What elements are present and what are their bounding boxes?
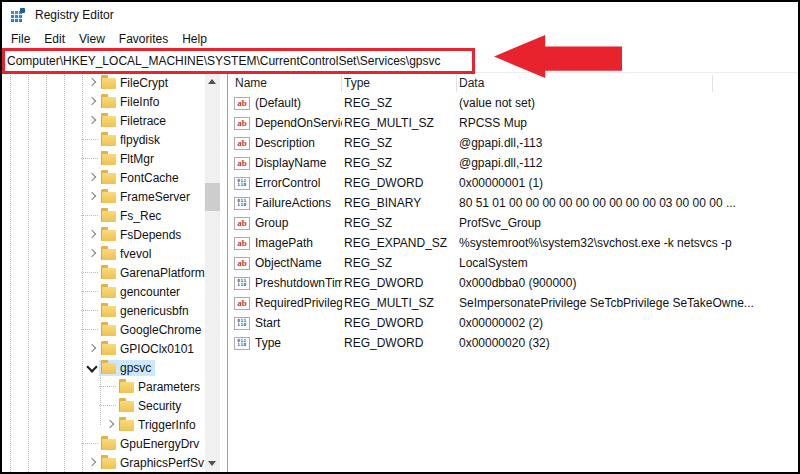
scroll-down-icon[interactable]	[208, 461, 216, 466]
registry-editor-window: Registry Editor FileEditViewFavoritesHel…	[0, 0, 800, 474]
tree-stub	[86, 285, 99, 298]
tree-item-content[interactable]: GoogleChrome	[99, 322, 205, 338]
tree-item-content[interactable]: FileCrypt	[99, 75, 172, 91]
tree-item-fontcache[interactable]: FontCache	[2, 168, 205, 187]
tree-item-content[interactable]: fvevol	[99, 246, 155, 262]
column-header-data[interactable]: Data	[457, 75, 713, 92]
folder-icon	[101, 211, 116, 222]
chevron-right-icon[interactable]	[86, 171, 99, 184]
chevron-right-icon[interactable]	[86, 342, 99, 355]
tree-item-content[interactable]: gencounter	[99, 284, 184, 300]
column-header-name[interactable]: Name	[234, 75, 342, 92]
tree-item-content[interactable]: GarenaPlatform	[99, 265, 205, 281]
tree-item-content[interactable]: GraphicsPerfSv	[99, 455, 205, 471]
tree-item-fvevol[interactable]: fvevol	[2, 244, 205, 263]
value-type: REG_DWORD	[342, 316, 457, 330]
tree-item-content[interactable]: FontCache	[99, 170, 183, 186]
tree-item-filecrypt[interactable]: FileCrypt	[2, 73, 205, 92]
chevron-right-icon[interactable]	[86, 114, 99, 127]
tree-item-gpsvc[interactable]: gpsvc	[2, 358, 205, 377]
tree-item-googlechrome[interactable]: GoogleChrome	[2, 320, 205, 339]
value-row-(default)[interactable]: ab(Default)REG_SZ(value not set)	[228, 93, 798, 113]
folder-icon	[101, 154, 116, 165]
tree-item-label: fvevol	[120, 247, 151, 261]
tree-item-label: gpsvc	[120, 361, 151, 375]
tree-item-content[interactable]: gpsvc	[99, 360, 155, 376]
value-name-cell: 011 110Start	[234, 316, 342, 330]
chevron-right-icon[interactable]	[86, 456, 99, 469]
tree-item-fs_rec[interactable]: Fs_Rec	[2, 206, 205, 225]
value-row-errorcontrol[interactable]: 011 110ErrorControlREG_DWORD0x00000001 (…	[228, 173, 798, 193]
tree-item-content[interactable]: flpydisk	[99, 132, 164, 148]
value-name: (Default)	[255, 96, 301, 110]
tree-item-label: Parameters	[138, 380, 200, 394]
chevron-right-icon[interactable]	[86, 190, 99, 203]
scroll-up-icon[interactable]	[208, 79, 216, 84]
tree-item-triggerinfo[interactable]: TriggerInfo	[2, 415, 205, 434]
value-row-description[interactable]: abDescriptionREG_SZ@gpapi.dll,-113	[228, 133, 798, 153]
chevron-right-icon[interactable]	[86, 247, 99, 260]
value-row-preshutdowntim...[interactable]: 011 110PreshutdownTim...REG_DWORD0x000db…	[228, 273, 798, 293]
tree-item-content[interactable]: FltMgr	[99, 151, 158, 167]
menu-favorites[interactable]: Favorites	[112, 30, 175, 48]
chevron-right-icon[interactable]	[86, 95, 99, 108]
tree-item-content[interactable]: Filetrace	[99, 113, 170, 129]
tree-item-content[interactable]: FsDepends	[99, 227, 185, 243]
column-header-type[interactable]: Type	[342, 75, 457, 92]
tree-item-graphicsperfsv[interactable]: GraphicsPerfSv	[2, 453, 205, 472]
tree-item-fsdepends[interactable]: FsDepends	[2, 225, 205, 244]
value-row-imagepath[interactable]: abImagePathREG_EXPAND_SZ%systemroot%\sys…	[228, 233, 798, 253]
value-row-requiredprivileges[interactable]: abRequiredPrivilegesREG_MULTI_SZSeImpers…	[228, 293, 798, 313]
tree-stub	[86, 437, 99, 450]
tree-item-gpuenergydrv[interactable]: GpuEnergyDrv	[2, 434, 205, 453]
tree-item-fltmgr[interactable]: FltMgr	[2, 149, 205, 168]
menu-file[interactable]: File	[4, 30, 37, 48]
menu-help[interactable]: Help	[175, 30, 214, 48]
tree-item-security[interactable]: Security	[2, 396, 205, 415]
tree-item-content[interactable]: FrameServer	[99, 189, 194, 205]
chevron-down-icon[interactable]	[86, 361, 99, 374]
value-row-displayname[interactable]: abDisplayNameREG_SZ@gpapi.dll,-112	[228, 153, 798, 173]
value-row-group[interactable]: abGroupREG_SZProfSvc_Group	[228, 213, 798, 233]
tree-item-gencounter[interactable]: gencounter	[2, 282, 205, 301]
value-name: DisplayName	[255, 156, 326, 170]
chevron-right-icon[interactable]	[104, 418, 117, 431]
panel-splitter[interactable]	[220, 73, 227, 472]
tree-item-content[interactable]: FileInfo	[99, 94, 163, 110]
value-row-start[interactable]: 011 110StartREG_DWORD0x00000002 (2)	[228, 313, 798, 333]
tree-item-content[interactable]: Security	[117, 398, 185, 414]
chevron-right-icon[interactable]	[86, 228, 99, 241]
tree-item-content[interactable]: GPIOClx0101	[99, 341, 198, 357]
value-row-type[interactable]: 011 110TypeREG_DWORD0x00000020 (32)	[228, 333, 798, 353]
folder-icon	[101, 249, 116, 260]
tree-item-filetrace[interactable]: Filetrace	[2, 111, 205, 130]
tree-item-parameters[interactable]: Parameters	[2, 377, 205, 396]
tree-item-content[interactable]: GpuEnergyDrv	[99, 436, 203, 452]
tree-item-genericusbfn[interactable]: genericusbfn	[2, 301, 205, 320]
tree-panel: FileCryptFileInfoFiletraceflpydiskFltMgr…	[2, 73, 205, 472]
tree-item-frameserver[interactable]: FrameServer	[2, 187, 205, 206]
value-row-objectname[interactable]: abObjectNameREG_SZLocalSystem	[228, 253, 798, 273]
scrollbar-thumb[interactable]	[205, 183, 220, 211]
tree-item-fileinfo[interactable]: FileInfo	[2, 92, 205, 111]
tree-item-flpydisk[interactable]: flpydisk	[2, 130, 205, 149]
tree-item-content[interactable]: TriggerInfo	[117, 417, 200, 433]
address-bar-input[interactable]	[2, 50, 798, 72]
tree-item-gpioclx0101[interactable]: GPIOClx0101	[2, 339, 205, 358]
tree-item-garenaplatform[interactable]: GarenaPlatform	[2, 263, 205, 282]
tree-item-content[interactable]: genericusbfn	[99, 303, 193, 319]
value-data: @gpapi.dll,-112	[457, 156, 798, 170]
tree-item-content[interactable]: Fs_Rec	[99, 208, 165, 224]
value-row-dependonservice[interactable]: abDependOnServiceREG_MULTI_SZRPCSS Mup	[228, 113, 798, 133]
menu-edit[interactable]: Edit	[37, 30, 72, 48]
tree-item-label: Fs_Rec	[120, 209, 161, 223]
value-data: (value not set)	[457, 96, 798, 110]
value-data: LocalSystem	[457, 256, 798, 270]
value-data: 80 51 01 00 00 00 00 00 00 00 00 00 03 0…	[457, 196, 798, 210]
chevron-right-icon[interactable]	[86, 76, 99, 89]
tree-scrollbar[interactable]	[205, 73, 220, 472]
menu-view[interactable]: View	[72, 30, 112, 48]
value-row-failureactions[interactable]: 011 110FailureActionsREG_BINARY80 51 01 …	[228, 193, 798, 213]
tree-item-content[interactable]: Parameters	[117, 379, 204, 395]
tree-item-label: genericusbfn	[120, 304, 189, 318]
